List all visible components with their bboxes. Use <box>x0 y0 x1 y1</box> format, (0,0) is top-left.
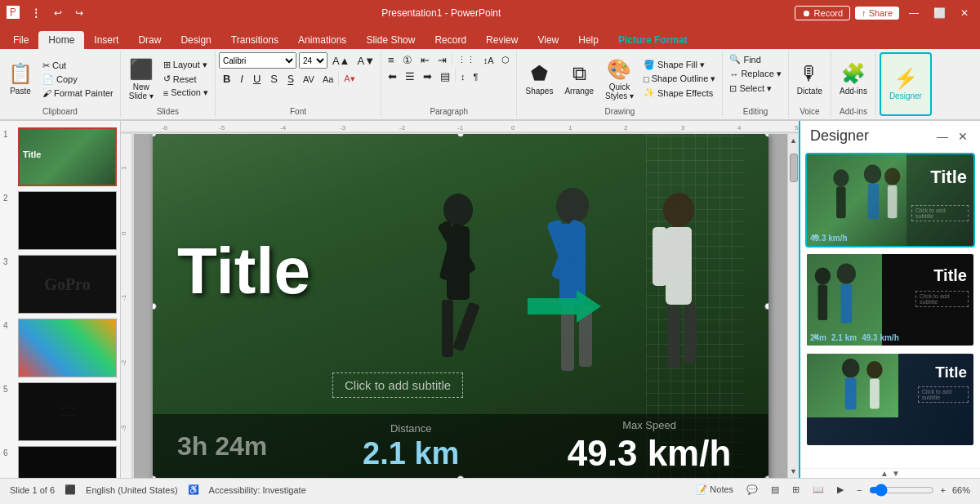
increase-font-btn[interactable]: A▲ <box>330 54 353 68</box>
designer-ribbon-button[interactable]: ⚡ Designer <box>884 64 927 104</box>
designer-scroll-down-btn[interactable]: ▼ <box>892 469 900 478</box>
comments-button[interactable]: 💬 <box>743 483 761 497</box>
slide-subtitle-placeholder[interactable]: Click to add subtitle <box>332 372 463 398</box>
slide-thumb-5[interactable]: 5 ~~~~~~~~ <box>3 382 117 441</box>
strikethrough-button[interactable]: S <box>266 71 282 87</box>
para-spacing-btn[interactable]: ¶ <box>470 69 482 84</box>
sel-handle-mr[interactable] <box>764 302 768 310</box>
slide-thumb-4[interactable]: 4 <box>3 319 117 377</box>
design-suggestion-2[interactable]: Title Click to add subtitle ★ 24m 2.1 km… <box>805 252 975 347</box>
shape-fill-button[interactable]: 🪣 Shape Fill ▾ <box>640 58 719 72</box>
dictate-button[interactable]: 🎙 Dictate <box>792 59 827 99</box>
bullets-btn[interactable]: ≡ <box>385 52 398 68</box>
tab-design[interactable]: Design <box>171 31 220 49</box>
slide-thumb-img-4[interactable] <box>18 319 117 377</box>
slide-thumb-img-2[interactable] <box>18 191 117 250</box>
shadow-button[interactable]: S̲ <box>283 71 298 87</box>
find-button[interactable]: 🔍 Find <box>726 52 764 66</box>
tab-slideshow[interactable]: Slide Show <box>356 31 425 49</box>
tab-view[interactable]: View <box>528 31 568 49</box>
decrease-font-btn[interactable]: A▼ <box>354 54 377 68</box>
char-spacing-btn[interactable]: AV <box>300 73 318 86</box>
text-dir-btn[interactable]: ↕A <box>480 52 497 68</box>
normal-view-btn[interactable]: ▤ <box>768 483 782 497</box>
quick-styles-button[interactable]: 🎨 QuickStyles ▾ <box>600 55 639 104</box>
shapes-button[interactable]: ⬟ Shapes <box>520 59 558 99</box>
design-suggestion-1[interactable]: Title Click to add subtitle ★ 49.3 km/h <box>805 153 975 248</box>
underline-button[interactable]: U <box>249 71 265 87</box>
justify-btn[interactable]: ▤ <box>437 69 453 84</box>
tab-picture-format[interactable]: Picture Format <box>608 31 697 49</box>
close-btn[interactable]: ✕ <box>956 6 973 20</box>
sel-handle-br[interactable] <box>764 475 768 479</box>
minimize-btn[interactable]: — <box>904 6 924 20</box>
slide-sorter-btn[interactable]: ⊞ <box>789 483 803 497</box>
tab-animations[interactable]: Animations <box>288 31 356 49</box>
tab-insert[interactable]: Insert <box>84 31 128 49</box>
sel-handle-bc[interactable] <box>457 475 465 479</box>
layout-button[interactable]: ⊞ Layout ▾ <box>160 58 212 72</box>
zoom-in-btn[interactable]: + <box>938 484 949 497</box>
scroll-up-button[interactable]: ▲ <box>789 136 798 145</box>
zoom-slider[interactable] <box>869 484 934 497</box>
reading-view-btn[interactable]: 📖 <box>809 483 827 497</box>
designer-scroll-up-btn[interactable]: ▲ <box>880 469 889 478</box>
paste-button[interactable]: 📋 Paste <box>3 59 38 99</box>
scroll-down-button[interactable]: ▼ <box>789 466 798 476</box>
new-slide-button[interactable]: ⬛ NewSlide ▾ <box>124 55 158 104</box>
slide-thumb-img-6[interactable] <box>18 446 117 478</box>
slide-thumb-6[interactable]: 6 <box>3 446 117 478</box>
slide-thumb-1[interactable]: 1 Title <box>3 127 117 186</box>
tab-home[interactable]: Home <box>38 31 84 49</box>
decrease-indent-btn[interactable]: ⇤ <box>417 52 433 68</box>
align-left-btn[interactable]: ⬅ <box>385 69 400 84</box>
tab-help[interactable]: Help <box>568 31 608 49</box>
shape-outline-button[interactable]: □ Shape Outline ▾ <box>640 72 719 86</box>
slide-thumb-2[interactable]: 2 <box>3 191 117 250</box>
smart-art-btn[interactable]: ⬡ <box>498 52 513 68</box>
tab-file[interactable]: File <box>3 31 38 49</box>
font-size-select[interactable]: 24 <box>299 52 327 69</box>
maximize-btn[interactable]: ⬜ <box>929 6 951 20</box>
slide-thumb-img-1[interactable]: Title <box>18 127 117 186</box>
numbering-btn[interactable]: ① <box>399 52 416 68</box>
scrollbar-track[interactable] <box>790 145 798 466</box>
arrange-button[interactable]: ⧉ Arrange <box>559 59 599 99</box>
zoom-out-btn[interactable]: − <box>853 484 865 497</box>
shape-effects-button[interactable]: ✨ Shape Effects <box>640 86 719 100</box>
slide-thumb-img-3[interactable]: GoPro <box>18 255 117 314</box>
copy-button[interactable]: 📄 Copy <box>39 73 117 87</box>
increase-indent-btn[interactable]: ⇥ <box>434 52 450 68</box>
designer-collapse-button[interactable]: — <box>933 128 952 145</box>
col-btn[interactable]: ⋮⋮ <box>454 52 479 68</box>
file-menu[interactable]: ⋮ <box>26 6 46 20</box>
reset-button[interactable]: ↺ Reset <box>160 72 212 86</box>
titlebar-record-button[interactable]: ⏺ Record <box>795 6 850 20</box>
select-button[interactable]: ⊡ Select ▾ <box>726 82 775 96</box>
titlebar-share-button[interactable]: ↑ Share <box>855 7 899 20</box>
change-case-btn[interactable]: Aa <box>319 73 336 86</box>
tab-review[interactable]: Review <box>476 31 528 49</box>
design-suggestion-3[interactable]: Title Click to add subtitle <box>805 352 975 447</box>
notes-button[interactable]: 📝 Notes <box>693 483 737 497</box>
slide-thumb-3[interactable]: 3 GoPro <box>3 255 117 314</box>
tab-transitions[interactable]: Transitions <box>221 31 288 49</box>
bold-button[interactable]: B <box>219 71 234 87</box>
font-family-select[interactable]: Calibri <box>219 52 296 69</box>
sel-handle-tr[interactable] <box>764 134 768 137</box>
designer-close-button[interactable]: ✕ <box>954 128 972 145</box>
section-button[interactable]: ≡ Section ▾ <box>160 86 212 100</box>
slideshow-btn[interactable]: ▶ <box>834 483 847 497</box>
italic-button[interactable]: I <box>236 71 247 87</box>
align-center-btn[interactable]: ☰ <box>402 69 418 84</box>
font-color-btn[interactable]: A▾ <box>341 72 358 86</box>
format-painter-button[interactable]: 🖌 Format Painter <box>39 87 117 100</box>
align-right-btn[interactable]: ➡ <box>420 69 435 84</box>
slide-thumb-img-5[interactable]: ~~~~~~~~ <box>18 382 117 441</box>
redo-btn[interactable]: ↪ <box>70 6 88 20</box>
cut-button[interactable]: ✂ Cut <box>39 59 117 73</box>
replace-button[interactable]: ↔ Replace ▾ <box>726 67 784 81</box>
undo-btn[interactable]: ↩ <box>49 6 67 20</box>
tab-record[interactable]: Record <box>425 31 476 49</box>
tab-draw[interactable]: Draw <box>128 31 171 49</box>
